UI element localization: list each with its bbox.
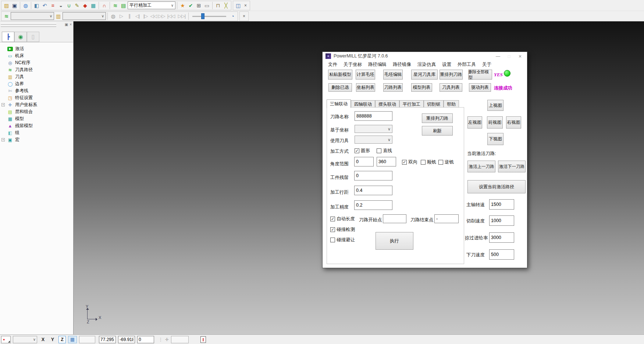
x-axis-button[interactable]: X [39, 336, 47, 343]
close-toolbar-icon[interactable]: × [241, 12, 247, 20]
collision-avoid-checkbox[interactable]: 碰撞避让 [330, 237, 355, 243]
lightbulb-icon[interactable]: ◍ [109, 12, 117, 20]
menu-render-sim[interactable]: 渲染仿真 [417, 62, 436, 68]
path-list-button[interactable]: 刀路列表 [383, 83, 403, 92]
collision-check-icon[interactable]: ∩ [100, 1, 108, 10]
dialog-titlebar[interactable]: ✶ PowerMILL 忆梦星河 7.0.6 — □ × [323, 52, 527, 60]
bidirectional-checkbox[interactable]: ✓ 双向 [402, 159, 417, 165]
delete-selected-button[interactable]: 删除已选 [328, 83, 352, 92]
leads-links-icon[interactable]: ↶ [41, 1, 49, 10]
tree-item-levels-sets[interactable]: ▤ 层和组合 [0, 108, 73, 115]
tab-saw[interactable]: 切割锯 [424, 100, 444, 108]
holder-profile-icon[interactable]: ∪ [65, 1, 73, 10]
tab-recycle-bin[interactable]: ▯ [27, 32, 39, 42]
pause-icon[interactable]: ∥ [125, 12, 133, 20]
tolerance-field[interactable] [171, 336, 189, 343]
clock-icon[interactable]: ◔ [229, 12, 236, 20]
view-top-button[interactable]: 上视图 [487, 100, 504, 111]
cutting-speed-input[interactable] [489, 215, 514, 226]
xyz-list-icon[interactable]: ⋮ [159, 337, 163, 342]
delete-all-models-button[interactable]: 删除全部模型 [468, 70, 492, 80]
rewind-icon[interactable]: ◁◁ [150, 12, 157, 20]
tree-item-models[interactable]: ▦ 模型 [0, 115, 73, 122]
climb-mill-checkbox[interactable]: 顺铣 [421, 159, 436, 165]
shaded-view-icon[interactable]: ◍ [22, 1, 29, 10]
spindle-speed-input[interactable] [489, 199, 514, 210]
toolpath-icon[interactable]: ≋ [111, 1, 119, 10]
ruler-icon[interactable]: ▭ [203, 1, 211, 10]
rearrange-paths-button[interactable]: 重排列刀路 [440, 70, 463, 80]
simulation-speed-slider[interactable] [192, 13, 226, 20]
dock-grip[interactable] [1, 23, 56, 25]
tool-ball-icon[interactable]: ◒ [57, 1, 65, 10]
snap-value-field[interactable] [79, 336, 95, 343]
tool-list-button[interactable]: 刀具列表 [440, 83, 462, 92]
calculator-icon[interactable]: ⊞ [195, 1, 203, 10]
tree-item-feature-sets[interactable]: ◳ 特征设置 [0, 94, 73, 101]
tree-item-stock-models[interactable]: ▲ 残留模型 [0, 122, 73, 129]
menu-path-mirror[interactable]: 路径镜像 [393, 62, 411, 68]
transform-icon[interactable]: ╳ [222, 1, 230, 10]
toolpath-select-combo[interactable]: ∨ [11, 12, 54, 20]
close-panel-icon[interactable]: × [70, 22, 72, 27]
block-tool-icon[interactable]: ▦ [89, 1, 97, 10]
tool-check-icon[interactable]: ✔ [187, 1, 195, 10]
tab-4axis[interactable]: 四轴联动 [351, 100, 375, 108]
step-back-icon[interactable]: ◁| [134, 12, 141, 20]
fast-forward-icon[interactable]: ▷▷ [158, 12, 166, 20]
grid-snap-button[interactable]: ▦ [68, 336, 77, 343]
blocks-pair-icon[interactable]: ◫ [234, 1, 242, 10]
angle-from-input[interactable] [354, 157, 374, 166]
activate-prev-button[interactable]: 激活上一刀路 [467, 161, 495, 172]
menu-about[interactable]: 关于 [482, 62, 491, 68]
coord-list-button[interactable]: 坐标列表 [356, 83, 375, 92]
close-toolbar-icon[interactable]: × [242, 1, 249, 10]
tool-star-icon[interactable]: ★ [179, 1, 186, 10]
play-icon[interactable]: ▷ [117, 12, 125, 20]
skim-feed-input[interactable] [489, 232, 514, 243]
cursor-z-field[interactable] [137, 336, 154, 343]
tree-item-workplanes[interactable]: + ✛ 用户坐标系 [0, 101, 73, 108]
step-forward-icon[interactable]: |▷ [142, 12, 149, 20]
cursor-x-field[interactable] [99, 336, 116, 343]
draw-curve-icon[interactable]: ✎ [73, 1, 81, 10]
go-end-icon[interactable]: ▷▷| [177, 12, 187, 20]
tolerance-input[interactable] [354, 200, 392, 210]
toolpath-name-input[interactable] [355, 111, 392, 121]
activate-next-button[interactable]: 激活下一刀路 [498, 161, 526, 172]
active-toolpath-combo[interactable]: 平行精加工 ∨ [128, 1, 175, 9]
tree-item-macros[interactable]: + ▣ 宏 [0, 136, 73, 143]
angle-to-input[interactable] [377, 157, 396, 166]
set-active-path-button[interactable]: 设置当前激活路径 [467, 180, 526, 193]
line-checkbox[interactable]: 直线 [377, 148, 392, 154]
collision-check-checkbox[interactable]: ✓ 碰撞检测 [330, 227, 355, 233]
minimize-button[interactable]: — [492, 52, 504, 60]
rearrange-paths-button-2[interactable]: 重排列刀路 [422, 113, 453, 123]
drive-list-button[interactable]: 驱动列表 [469, 83, 491, 92]
refresh-button[interactable]: 刷新 [422, 126, 453, 136]
points-icon[interactable]: ◆ [81, 1, 89, 10]
restore-panel-icon[interactable]: ▣ [65, 22, 68, 27]
tree-item-patterns[interactable]: ✄ 参考线 [0, 87, 73, 94]
menu-about-coords[interactable]: 关于坐标 [344, 62, 362, 68]
tree-item-machine[interactable]: ▭ 机床 [0, 52, 73, 59]
calc-stock-button[interactable]: 计算毛坯 [356, 70, 375, 80]
start-point-input[interactable] [383, 214, 406, 223]
z-axis-button[interactable]: Z [58, 336, 66, 343]
tree-item-groups[interactable]: ◧ 组 [0, 129, 73, 136]
tree-item-activate[interactable]: ▶ 激活 [0, 45, 73, 52]
paste-new-model-button[interactable]: 粘贴新模型 [328, 70, 352, 80]
tab-parallel[interactable]: 平行加工 [399, 100, 424, 108]
snap-mode-combo[interactable]: ∨ [13, 336, 37, 343]
tab-tilt-head[interactable]: 摆头联动 [375, 100, 399, 108]
toolpath-select-icon[interactable]: ≋ [3, 12, 10, 20]
stock-remain-input[interactable] [354, 171, 392, 180]
feed-rate-icon[interactable]: ≡ [49, 1, 57, 10]
recent-point-button[interactable]: ● [1, 336, 11, 343]
circle-checkbox[interactable]: ✓ 圆形 [355, 148, 370, 154]
close-button[interactable]: × [515, 52, 526, 60]
cursor-y-field[interactable] [118, 336, 135, 343]
block-icon[interactable]: ◧ [33, 1, 40, 10]
plunge-speed-input[interactable] [489, 249, 514, 260]
stepover-input[interactable] [354, 186, 392, 195]
